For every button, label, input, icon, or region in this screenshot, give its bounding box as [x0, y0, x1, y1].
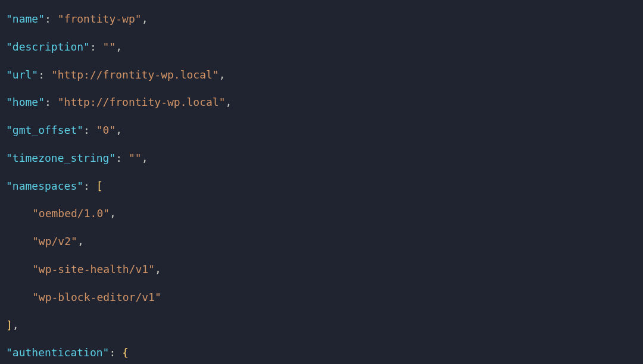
json-line: "url": "http://frontity-wp.local",: [6, 68, 637, 81]
json-line: "authentication": {: [6, 346, 637, 359]
json-code-block: "name": "frontity-wp", "description": ""…: [6, 12, 637, 364]
json-line: "home": "http://frontity-wp.local",: [6, 95, 637, 109]
json-line: "description": "",: [6, 40, 637, 54]
json-line: "oembed/1.0",: [6, 206, 637, 220]
json-line: "wp-site-health/v1",: [6, 262, 637, 276]
json-line: ],: [6, 318, 637, 332]
json-line: "timezone_string": "",: [6, 151, 637, 165]
json-line: "gmt_offset": "0",: [6, 123, 637, 137]
json-line: "wp-block-editor/v1": [6, 290, 637, 304]
json-line: "wp/v2",: [6, 234, 637, 248]
json-line: "name": "frontity-wp",: [6, 12, 637, 26]
json-line: "namespaces": [: [6, 179, 637, 193]
